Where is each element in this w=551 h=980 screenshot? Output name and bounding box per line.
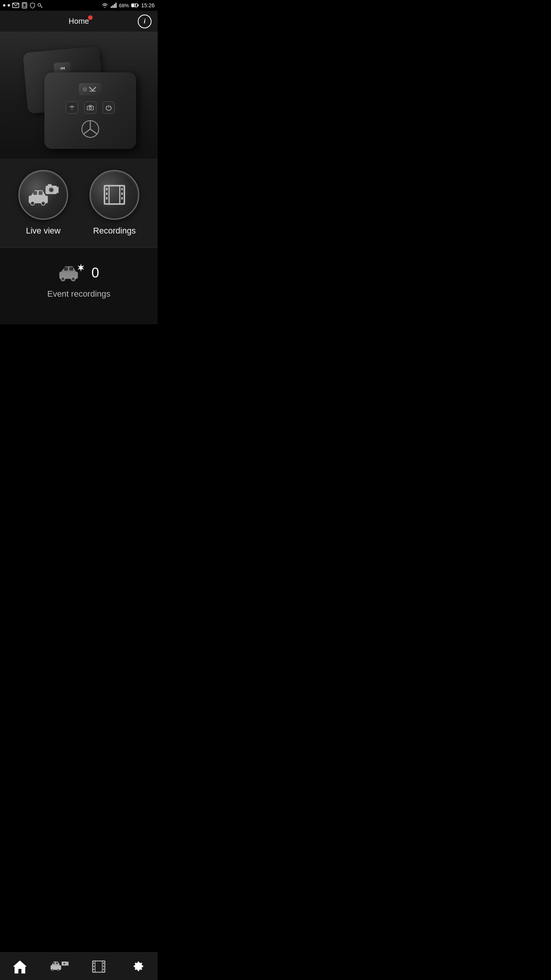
recordings-button[interactable]: Recordings [90,170,139,236]
device-front-top-button [79,83,102,95]
svg-rect-21 [33,191,37,195]
dot-icon-1 [3,4,5,7]
svg-point-23 [31,201,34,205]
svg-rect-34 [106,193,108,195]
status-icons-left [3,2,43,8]
svg-point-49 [52,969,54,971]
svg-rect-7 [112,5,114,8]
svg-rect-22 [39,191,42,195]
live-view-icon [28,183,59,207]
shield-icon [30,2,35,8]
power-ctrl-icon [103,101,115,114]
recordings-circle [90,170,139,220]
recordings-icon [101,181,128,209]
event-count: 0 [91,265,99,281]
hero-section [0,32,158,158]
svg-rect-6 [111,7,112,8]
recordings-nav-icon [91,959,106,974]
svg-rect-57 [93,962,95,964]
recordings-label: Recordings [93,226,135,236]
event-section[interactable]: 0 Event recordings [0,248,158,324]
svg-point-27 [50,189,52,191]
svg-point-3 [38,3,41,6]
svg-rect-33 [106,188,108,190]
recording-indicator [88,15,93,20]
nav-settings[interactable] [127,955,150,978]
info-button[interactable]: i [138,15,152,28]
svg-point-17 [89,107,91,109]
svg-rect-12 [132,4,135,7]
wifi-icon [101,3,108,8]
svg-rect-15 [90,91,96,91]
device-image [18,42,140,149]
status-icons-right: 68% 15:26 [101,2,155,8]
svg-rect-2 [23,3,26,7]
settings-icon [130,959,146,974]
svg-point-24 [41,201,45,205]
svg-rect-42 [64,267,68,271]
svg-rect-9 [116,3,117,8]
svg-rect-61 [103,965,104,967]
mercedes-star-front [81,120,99,138]
home-icon [11,958,28,975]
nav-home[interactable] [8,955,31,978]
svg-rect-8 [114,4,115,8]
svg-rect-37 [121,193,123,195]
status-bar: 68% 15:26 [0,0,158,11]
nav-live-view[interactable] [48,955,71,978]
dot-icon-2 [8,4,10,7]
svg-rect-11 [137,5,139,6]
svg-rect-43 [69,267,73,271]
svg-rect-54 [93,961,105,972]
svg-point-44 [61,277,65,281]
svg-marker-53 [67,961,68,966]
event-recordings-label: Event recordings [47,289,110,299]
nav-recordings[interactable] [87,955,110,978]
camera-ctrl-icon [84,101,96,114]
key-icon [37,2,43,8]
svg-rect-59 [93,969,95,970]
page-title: Home [68,17,89,26]
svg-rect-29 [48,184,52,186]
bottom-nav [0,952,158,980]
live-view-circle [18,170,68,220]
live-view-label: Live view [26,226,60,236]
time-display: 15:26 [141,2,155,8]
header: Home i [0,11,158,32]
device-controls [66,101,115,114]
svg-point-45 [71,277,75,281]
svg-rect-35 [106,197,108,199]
device-download-icon [87,87,98,92]
svg-rect-48 [56,962,58,964]
svg-rect-38 [121,197,123,199]
svg-rect-36 [121,188,123,190]
signal-icon [111,3,117,8]
svg-rect-47 [53,962,55,964]
info-icon: i [144,18,145,25]
live-view-nav-icon [50,959,68,974]
battery-icon [131,3,139,8]
svg-rect-60 [103,962,104,964]
actions-section: Live view Recordings [0,158,158,248]
svg-rect-58 [93,965,95,967]
event-row: 0 [59,263,99,283]
svg-point-50 [57,969,59,971]
mail-icon [12,3,19,8]
svg-rect-62 [103,969,104,970]
device-front [44,72,136,149]
svg-marker-28 [57,186,59,194]
battery-percentage: 68% [119,3,129,8]
phone-icon [21,2,28,8]
wifi-ctrl-icon [66,101,78,114]
svg-point-52 [63,962,65,965]
live-view-button[interactable]: Live view [18,170,68,236]
event-car-icon [59,263,85,283]
